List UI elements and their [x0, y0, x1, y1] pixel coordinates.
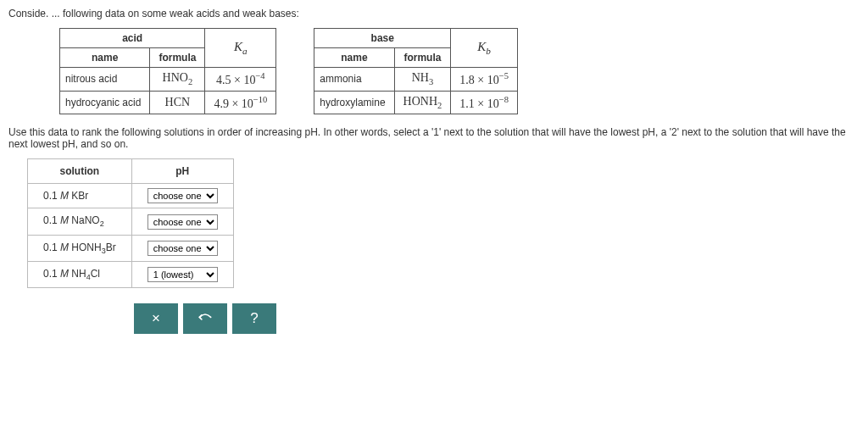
acid-ka: 4.9 × 10−10 — [205, 91, 276, 114]
acid-group-header: acid — [60, 29, 205, 48]
help-button[interactable]: ? — [232, 303, 276, 334]
ka-header: Ka — [205, 29, 276, 68]
base-group-header: base — [314, 29, 451, 48]
acid-name: hydrocyanic acid — [60, 91, 150, 114]
ph-select[interactable]: choose one1 (lowest)234 (highest) — [147, 267, 218, 282]
acid-formula: HCN — [150, 91, 205, 114]
answer-row: 0.1 M HONH3Br choose one1 (lowest)234 (h… — [28, 235, 234, 261]
base-name-header: name — [314, 48, 394, 68]
answer-table: solution pH 0.1 M KBr choose one1 (lowes… — [27, 158, 234, 288]
solution-cell: 0.1 M NH4Cl — [28, 262, 132, 288]
acid-name: nitrous acid — [60, 68, 150, 92]
ph-header: pH — [131, 159, 233, 184]
data-tables: acid Ka name formula nitrous acid HNO2 4… — [59, 28, 860, 114]
base-formula: HONH2 — [394, 91, 451, 114]
base-formula: NH3 — [394, 68, 451, 92]
ph-select[interactable]: choose one1 (lowest)234 (highest) — [147, 241, 218, 256]
close-button[interactable]: × — [134, 303, 178, 334]
answer-row: 0.1 M KBr choose one1 (lowest)234 (highe… — [28, 184, 234, 208]
acid-table: acid Ka name formula nitrous acid HNO2 4… — [59, 28, 276, 114]
solution-header: solution — [28, 159, 132, 184]
base-row: ammonia NH3 1.8 × 10−5 — [314, 68, 518, 92]
answer-row: 0.1 M NH4Cl choose one1 (lowest)234 (hig… — [28, 262, 234, 288]
solution-cell: 0.1 M KBr — [28, 184, 132, 208]
acid-name-header: name — [60, 48, 150, 68]
acid-formula: HNO2 — [150, 68, 205, 92]
instructions-text: Use this data to rank the following solu… — [8, 126, 860, 150]
base-row: hydroxylamine HONH2 1.1 × 10−8 — [314, 91, 518, 114]
ph-select[interactable]: choose one1 (lowest)234 (highest) — [147, 214, 218, 230]
ph-select[interactable]: choose one1 (lowest)234 (highest) — [147, 188, 218, 203]
undo-button[interactable] — [183, 303, 227, 334]
button-bar: × ? — [134, 303, 860, 334]
base-formula-header: formula — [394, 48, 451, 68]
acid-row: nitrous acid HNO2 4.5 × 10−4 — [60, 68, 276, 92]
acid-row: hydrocyanic acid HCN 4.9 × 10−10 — [60, 91, 276, 114]
answer-row: 0.1 M NaNO2 choose one1 (lowest)234 (hig… — [28, 208, 234, 235]
undo-icon — [197, 310, 214, 327]
help-icon: ? — [250, 310, 258, 327]
base-kb: 1.1 × 10−8 — [451, 91, 518, 114]
close-icon: × — [152, 310, 160, 327]
base-table: base Kb name formula ammonia NH3 1.8 × 1… — [314, 28, 518, 114]
solution-cell: 0.1 M HONH3Br — [28, 235, 132, 261]
solution-cell: 0.1 M NaNO2 — [28, 208, 132, 235]
kb-header: Kb — [451, 29, 518, 68]
intro-text: Conside. ... following data on some weak… — [8, 8, 860, 19]
base-kb: 1.8 × 10−5 — [451, 68, 518, 92]
acid-ka: 4.5 × 10−4 — [205, 68, 276, 92]
acid-formula-header: formula — [150, 48, 205, 68]
base-name: hydroxylamine — [314, 91, 394, 114]
base-name: ammonia — [314, 68, 394, 92]
